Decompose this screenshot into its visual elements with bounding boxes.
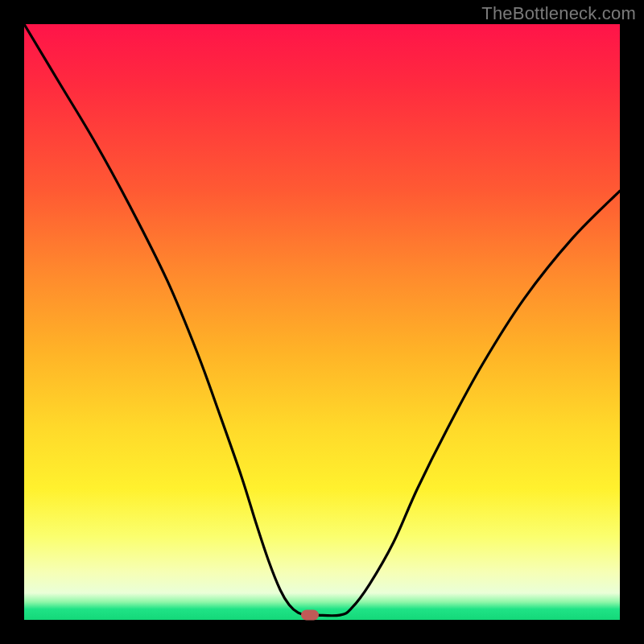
chart-frame: TheBottleneck.com	[0, 0, 644, 644]
plot-area	[24, 24, 620, 620]
watermark-text: TheBottleneck.com	[481, 3, 636, 24]
optimal-point-marker	[301, 610, 319, 621]
bottleneck-curve	[24, 24, 620, 620]
